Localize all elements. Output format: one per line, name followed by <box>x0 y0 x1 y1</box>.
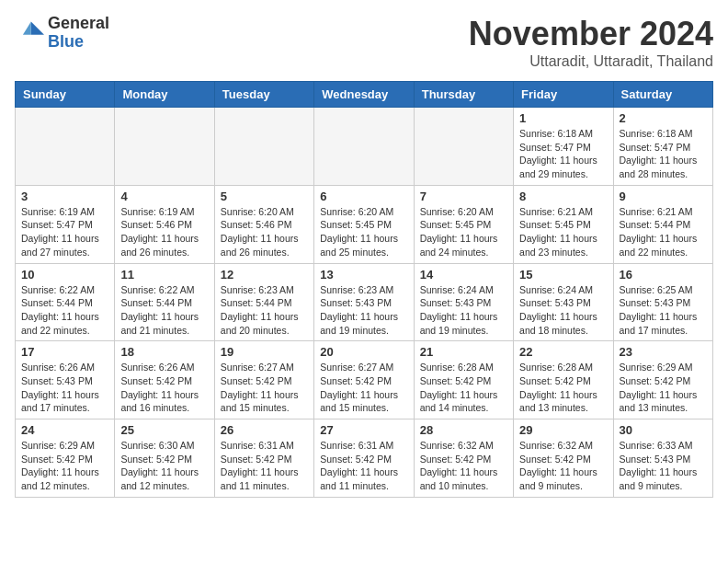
day-number: 9 <box>620 190 707 203</box>
week-row-2: 3Sunrise: 6:19 AM Sunset: 5:47 PM Daylig… <box>16 185 713 263</box>
day-cell: 16Sunrise: 6:25 AM Sunset: 5:43 PM Dayli… <box>613 263 712 341</box>
week-row-3: 10Sunrise: 6:22 AM Sunset: 5:44 PM Dayli… <box>16 263 713 341</box>
day-number: 17 <box>21 345 108 359</box>
day-cell <box>414 108 513 186</box>
day-cell: 25Sunrise: 6:30 AM Sunset: 5:42 PM Dayli… <box>115 419 214 498</box>
day-info: Sunrise: 6:32 AM Sunset: 5:42 PM Dayligh… <box>519 439 607 493</box>
day-info: Sunrise: 6:29 AM Sunset: 5:42 PM Dayligh… <box>21 439 108 493</box>
day-cell <box>314 108 414 186</box>
day-info: Sunrise: 6:31 AM Sunset: 5:42 PM Dayligh… <box>221 439 308 493</box>
day-info: Sunrise: 6:24 AM Sunset: 5:43 PM Dayligh… <box>519 283 607 338</box>
logo-icon <box>15 18 44 48</box>
day-info: Sunrise: 6:21 AM Sunset: 5:44 PM Dayligh… <box>620 205 707 259</box>
day-info: Sunrise: 6:20 AM Sunset: 5:46 PM Dayligh… <box>221 205 308 259</box>
day-cell: 11Sunrise: 6:22 AM Sunset: 5:44 PM Dayli… <box>115 263 214 341</box>
page-header: General Blue November 2024 Uttaradit, Ut… <box>15 15 713 70</box>
day-info: Sunrise: 6:26 AM Sunset: 5:43 PM Dayligh… <box>21 361 108 415</box>
weekday-header-wednesday: Wednesday <box>314 82 414 108</box>
day-number: 20 <box>320 345 407 359</box>
day-info: Sunrise: 6:27 AM Sunset: 5:42 PM Dayligh… <box>221 361 308 415</box>
day-number: 16 <box>620 268 707 282</box>
day-number: 13 <box>320 268 407 282</box>
day-number: 12 <box>221 268 308 282</box>
day-info: Sunrise: 6:29 AM Sunset: 5:42 PM Dayligh… <box>620 361 707 415</box>
day-info: Sunrise: 6:31 AM Sunset: 5:42 PM Dayligh… <box>320 439 407 493</box>
week-row-4: 17Sunrise: 6:26 AM Sunset: 5:43 PM Dayli… <box>16 341 713 419</box>
day-cell: 26Sunrise: 6:31 AM Sunset: 5:42 PM Dayli… <box>214 419 313 498</box>
day-cell: 23Sunrise: 6:29 AM Sunset: 5:42 PM Dayli… <box>613 341 712 419</box>
day-cell <box>16 108 115 186</box>
weekday-header-row: SundayMondayTuesdayWednesdayThursdayFrid… <box>16 82 713 108</box>
day-info: Sunrise: 6:21 AM Sunset: 5:45 PM Dayligh… <box>519 205 607 259</box>
day-info: Sunrise: 6:25 AM Sunset: 5:43 PM Dayligh… <box>620 283 707 338</box>
location: Uttaradit, Uttaradit, Thailand <box>469 53 713 70</box>
day-cell: 18Sunrise: 6:26 AM Sunset: 5:42 PM Dayli… <box>115 341 214 419</box>
day-number: 7 <box>420 190 507 203</box>
day-info: Sunrise: 6:33 AM Sunset: 5:43 PM Dayligh… <box>620 439 707 493</box>
day-cell: 24Sunrise: 6:29 AM Sunset: 5:42 PM Dayli… <box>16 419 115 498</box>
day-cell: 30Sunrise: 6:33 AM Sunset: 5:43 PM Dayli… <box>613 419 712 498</box>
day-info: Sunrise: 6:26 AM Sunset: 5:42 PM Dayligh… <box>120 361 208 415</box>
day-number: 22 <box>519 345 607 359</box>
day-cell: 17Sunrise: 6:26 AM Sunset: 5:43 PM Dayli… <box>16 341 115 419</box>
calendar: SundayMondayTuesdayWednesdayThursdayFrid… <box>15 81 713 498</box>
weekday-header-saturday: Saturday <box>613 82 712 108</box>
day-info: Sunrise: 6:27 AM Sunset: 5:42 PM Dayligh… <box>320 361 407 415</box>
logo-general: General <box>48 15 109 33</box>
weekday-header-tuesday: Tuesday <box>214 82 313 108</box>
day-number: 19 <box>221 345 308 359</box>
month-title: November 2024 <box>469 15 713 53</box>
day-number: 21 <box>420 345 507 359</box>
day-number: 14 <box>420 268 507 282</box>
day-cell: 13Sunrise: 6:23 AM Sunset: 5:43 PM Dayli… <box>314 263 414 341</box>
weekday-header-thursday: Thursday <box>414 82 513 108</box>
day-cell: 5Sunrise: 6:20 AM Sunset: 5:46 PM Daylig… <box>214 185 313 263</box>
day-cell: 4Sunrise: 6:19 AM Sunset: 5:46 PM Daylig… <box>115 185 214 263</box>
day-info: Sunrise: 6:30 AM Sunset: 5:42 PM Dayligh… <box>120 439 208 493</box>
weekday-header-monday: Monday <box>115 82 214 108</box>
day-cell: 27Sunrise: 6:31 AM Sunset: 5:42 PM Dayli… <box>314 419 414 498</box>
svg-marker-1 <box>23 21 31 34</box>
day-cell: 14Sunrise: 6:24 AM Sunset: 5:43 PM Dayli… <box>414 263 513 341</box>
day-cell: 1Sunrise: 6:18 AM Sunset: 5:47 PM Daylig… <box>514 108 613 186</box>
day-cell: 8Sunrise: 6:21 AM Sunset: 5:45 PM Daylig… <box>514 185 613 263</box>
day-number: 4 <box>120 190 208 203</box>
week-row-1: 1Sunrise: 6:18 AM Sunset: 5:47 PM Daylig… <box>16 108 713 186</box>
day-number: 27 <box>320 423 407 437</box>
day-cell: 20Sunrise: 6:27 AM Sunset: 5:42 PM Dayli… <box>314 341 414 419</box>
day-number: 3 <box>21 190 108 203</box>
title-block: November 2024 Uttaradit, Uttaradit, Thai… <box>469 15 713 70</box>
day-cell: 3Sunrise: 6:19 AM Sunset: 5:47 PM Daylig… <box>16 185 115 263</box>
day-info: Sunrise: 6:19 AM Sunset: 5:46 PM Dayligh… <box>120 205 208 259</box>
day-cell: 22Sunrise: 6:28 AM Sunset: 5:42 PM Dayli… <box>514 341 613 419</box>
day-cell: 2Sunrise: 6:18 AM Sunset: 5:47 PM Daylig… <box>613 108 712 186</box>
day-cell: 19Sunrise: 6:27 AM Sunset: 5:42 PM Dayli… <box>214 341 313 419</box>
day-cell: 21Sunrise: 6:28 AM Sunset: 5:42 PM Dayli… <box>414 341 513 419</box>
weekday-header-sunday: Sunday <box>16 82 115 108</box>
day-info: Sunrise: 6:24 AM Sunset: 5:43 PM Dayligh… <box>420 283 507 338</box>
day-info: Sunrise: 6:20 AM Sunset: 5:45 PM Dayligh… <box>320 205 407 259</box>
day-number: 5 <box>221 190 308 203</box>
day-cell: 9Sunrise: 6:21 AM Sunset: 5:44 PM Daylig… <box>613 185 712 263</box>
day-number: 1 <box>519 111 607 125</box>
svg-marker-0 <box>31 21 44 34</box>
day-number: 29 <box>519 423 607 437</box>
day-number: 15 <box>519 268 607 282</box>
day-info: Sunrise: 6:23 AM Sunset: 5:43 PM Dayligh… <box>320 283 407 338</box>
day-info: Sunrise: 6:22 AM Sunset: 5:44 PM Dayligh… <box>21 283 108 338</box>
day-info: Sunrise: 6:18 AM Sunset: 5:47 PM Dayligh… <box>620 127 707 181</box>
day-cell: 7Sunrise: 6:20 AM Sunset: 5:45 PM Daylig… <box>414 185 513 263</box>
day-number: 25 <box>120 423 208 437</box>
day-cell <box>115 108 214 186</box>
day-number: 6 <box>320 190 407 203</box>
day-number: 10 <box>21 268 108 282</box>
day-cell: 15Sunrise: 6:24 AM Sunset: 5:43 PM Dayli… <box>514 263 613 341</box>
day-info: Sunrise: 6:23 AM Sunset: 5:44 PM Dayligh… <box>221 283 308 338</box>
day-info: Sunrise: 6:18 AM Sunset: 5:47 PM Dayligh… <box>519 127 607 181</box>
day-info: Sunrise: 6:20 AM Sunset: 5:45 PM Dayligh… <box>420 205 507 259</box>
week-row-5: 24Sunrise: 6:29 AM Sunset: 5:42 PM Dayli… <box>16 419 713 498</box>
day-cell: 12Sunrise: 6:23 AM Sunset: 5:44 PM Dayli… <box>214 263 313 341</box>
day-cell <box>214 108 313 186</box>
weekday-header-friday: Friday <box>514 82 613 108</box>
day-number: 11 <box>120 268 208 282</box>
